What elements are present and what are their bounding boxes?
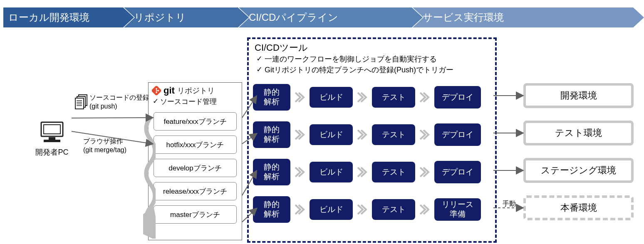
repo-title: リポジトリ xyxy=(177,86,215,96)
git-icon xyxy=(152,86,161,95)
branch-develop: developブランチ xyxy=(154,159,237,177)
chevron-right-icon xyxy=(419,92,430,103)
pipeline-row: 静的 解析 ビルド テスト リリース 準備 xyxy=(253,196,491,223)
banner-local-dev: ローカル開発環境 xyxy=(3,7,134,27)
svg-rect-1 xyxy=(44,125,60,134)
banner-label: CI/CDパイプライン xyxy=(249,11,338,24)
banner-cicd: CI/CDパイプライン xyxy=(239,7,423,27)
chevron-right-icon xyxy=(357,92,368,103)
git-wordmark: git xyxy=(163,85,175,96)
repo-header: git リポジトリ xyxy=(149,83,242,97)
stage-banner: ローカル開発環境 リポジトリ CI/CDパイプライン サービス実行環境 xyxy=(3,7,641,27)
stage-test: テスト xyxy=(372,87,415,108)
chevron-right-icon xyxy=(419,167,430,177)
branch-master: masterブランチ xyxy=(154,205,237,224)
chevron-right-icon xyxy=(295,92,305,103)
cicd-bullet-1: 一連のワークフローを制御しジョブを自動実行する xyxy=(249,54,495,65)
svg-rect-2 xyxy=(49,137,55,140)
stage-static-analysis: 静的 解析 xyxy=(253,84,290,111)
chevron-right-icon xyxy=(357,204,368,215)
document-stack xyxy=(75,94,89,111)
git-repo-panel: git リポジトリ ソースコード管理 feature/xxxブランチ hotfi… xyxy=(148,82,242,240)
stage-static-analysis: 静的 解析 xyxy=(253,196,290,223)
cicd-panel: CI/CDツール 一連のワークフローを制御しジョブを自動実行する Gitリポジト… xyxy=(247,37,497,243)
stage-build: ビルド xyxy=(310,87,353,108)
chevron-right-icon xyxy=(295,204,305,215)
env-label: テスト環境 xyxy=(555,127,602,139)
env-staging: ステージング環境 xyxy=(523,158,634,183)
branch-release: release/xxxブランチ xyxy=(154,182,237,200)
stage-build: ビルド xyxy=(310,199,353,220)
cicd-bullet-2: Gitリポジトリの特定ブランチへの登録(Push)でトリガー xyxy=(249,65,495,76)
chevron-right-icon xyxy=(419,204,430,215)
env-prod: 本番環境 xyxy=(523,195,634,220)
manual-label: 手動 xyxy=(503,200,516,208)
pc-icon xyxy=(39,121,65,145)
chevron-right-icon xyxy=(419,129,430,140)
repo-subtitle: ソースコード管理 xyxy=(149,97,242,109)
stage-static-analysis: 静的 解析 xyxy=(253,121,290,148)
chevron-right-icon xyxy=(357,167,368,177)
cicd-title: CI/CDツール xyxy=(249,39,495,54)
browser-caption: ブラウザ操作 (git merge/tag) xyxy=(83,137,126,155)
pipeline-row: 静的 解析 ビルド テスト デプロイ xyxy=(253,159,491,185)
chevron-right-icon xyxy=(295,167,305,177)
push-caption-line1: ソースコードの登録 xyxy=(89,94,149,102)
banner-label: ローカル開発環境 xyxy=(8,11,89,24)
svg-rect-3 xyxy=(44,140,60,142)
stage-test: テスト xyxy=(372,124,415,145)
stage-release-prep: リリース 準備 xyxy=(434,198,481,221)
env-label: 本番環境 xyxy=(560,202,597,214)
banner-repository: リポジトリ xyxy=(124,7,249,27)
stage-build: ビルド xyxy=(310,162,353,182)
banner-label: サービス実行環境 xyxy=(423,11,504,24)
banner-label: リポジトリ xyxy=(134,11,186,24)
pc-label: 開発者PC xyxy=(33,147,71,157)
env-label: 開発環境 xyxy=(560,89,597,102)
stage-test: テスト xyxy=(372,199,415,220)
env-dev: 開発環境 xyxy=(523,83,634,108)
env-test: テスト環境 xyxy=(523,121,634,145)
branch-feature: feature/xxxブランチ xyxy=(154,112,237,131)
pipeline-rows: 静的 解析 ビルド テスト デプロイ 静的 解析 ビルド テスト デプロイ 静的… xyxy=(253,84,491,234)
banner-runtime: サービス実行環境 xyxy=(413,7,644,27)
stage-test: テスト xyxy=(372,162,415,182)
env-label: ステージング環境 xyxy=(541,164,616,177)
chevron-right-icon xyxy=(357,129,368,140)
pipeline-row: 静的 解析 ビルド テスト デプロイ xyxy=(253,121,491,148)
push-caption-line2: (git push) xyxy=(89,102,149,111)
svg-rect-6 xyxy=(75,98,84,109)
svg-line-15 xyxy=(72,118,152,118)
browser-caption-line1: ブラウザ操作 xyxy=(83,137,126,146)
pipeline-row: 静的 解析 ビルド テスト デプロイ xyxy=(253,84,491,111)
chevron-right-icon xyxy=(295,129,305,140)
developer-pc: 開発者PC xyxy=(33,121,71,157)
branch-hotfix: hotfix/xxxブランチ xyxy=(154,136,237,154)
browser-caption-line2: (git merge/tag) xyxy=(83,146,126,155)
stage-deploy: デプロイ xyxy=(434,161,481,183)
stage-deploy: デプロイ xyxy=(434,86,481,108)
stage-deploy: デプロイ xyxy=(434,123,481,146)
stage-static-analysis: 静的 解析 xyxy=(253,159,290,185)
documents-icon xyxy=(75,94,89,111)
stage-build: ビルド xyxy=(310,124,353,145)
push-caption: ソースコードの登録 (git push) xyxy=(89,94,149,111)
